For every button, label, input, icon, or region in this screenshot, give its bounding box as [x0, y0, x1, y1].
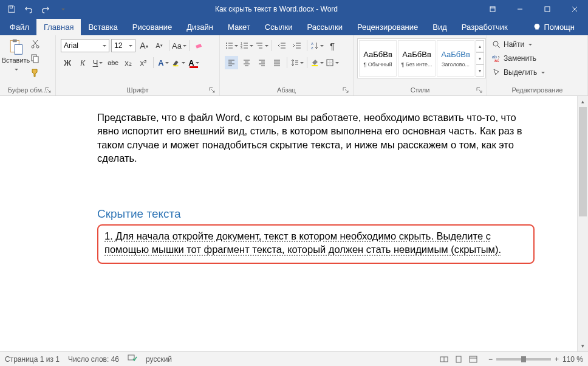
- print-layout-button[interactable]: [452, 354, 465, 365]
- tab-developer[interactable]: Разработчик: [454, 19, 515, 35]
- gallery-down-button[interactable]: ▾: [476, 52, 484, 64]
- text-effects-button[interactable]: A: [157, 56, 170, 69]
- select-button[interactable]: Выделить: [490, 66, 547, 78]
- tab-home[interactable]: Главная: [36, 19, 81, 35]
- line-spacing-icon: [290, 58, 299, 67]
- italic-button[interactable]: К: [76, 56, 89, 69]
- highlight-button[interactable]: [172, 56, 185, 69]
- borders-button[interactable]: [326, 56, 339, 69]
- replace-button[interactable]: abac Заменить: [490, 52, 547, 64]
- change-case-button[interactable]: Aa: [173, 39, 186, 52]
- tab-mailings[interactable]: Рассылки: [300, 19, 350, 35]
- align-right-icon: [258, 58, 266, 67]
- read-mode-button[interactable]: [437, 354, 451, 365]
- save-button[interactable]: [4, 1, 19, 17]
- document-page[interactable]: Представьте, что в файл Word, с которым …: [0, 96, 577, 351]
- increase-indent-button[interactable]: [290, 39, 304, 52]
- tab-draw[interactable]: Рисование: [125, 19, 179, 35]
- show-marks-button[interactable]: ¶: [326, 39, 339, 52]
- vertical-scrollbar[interactable]: ▴ ▾: [577, 96, 588, 351]
- font-launcher[interactable]: [208, 87, 216, 94]
- clipboard-launcher[interactable]: [44, 87, 52, 94]
- ribbon-display-button[interactable]: [479, 0, 506, 18]
- justify-button[interactable]: [270, 56, 284, 69]
- quick-access-toolbar: [0, 1, 74, 17]
- scroll-down-button[interactable]: ▾: [578, 340, 588, 351]
- zoom-in-button[interactable]: +: [555, 355, 559, 364]
- decrease-indent-button[interactable]: [275, 39, 289, 52]
- align-right-button[interactable]: [255, 56, 268, 69]
- subscript-button[interactable]: x₂: [121, 56, 135, 69]
- zoom-level[interactable]: 110 %: [562, 355, 583, 364]
- zoom-slider[interactable]: [496, 358, 551, 361]
- grow-font-button[interactable]: A▴: [137, 39, 151, 52]
- tell-me-button[interactable]: Помощн: [525, 19, 582, 35]
- language-indicator[interactable]: русский: [146, 355, 172, 364]
- cut-button[interactable]: [30, 39, 40, 51]
- shading-button[interactable]: [310, 56, 324, 69]
- svg-point-22: [493, 41, 498, 46]
- svg-point-14: [226, 47, 227, 49]
- gallery-up-button[interactable]: ▴: [476, 40, 484, 52]
- copy-button[interactable]: [30, 54, 40, 66]
- selected-text[interactable]: 1. Для начала откройте документ, текст в…: [104, 230, 501, 255]
- gallery-more-button[interactable]: ▾: [476, 64, 484, 77]
- redo-button[interactable]: [38, 1, 53, 17]
- scroll-up-button[interactable]: ▴: [578, 96, 588, 107]
- paragraph-launcher[interactable]: [342, 87, 349, 94]
- cursor-icon: [492, 68, 501, 77]
- align-left-button[interactable]: [225, 56, 238, 69]
- minimize-button[interactable]: [506, 0, 533, 18]
- zoom-out-button[interactable]: −: [488, 355, 493, 364]
- qat-customize-button[interactable]: [55, 1, 70, 17]
- undo-button[interactable]: [21, 1, 36, 17]
- font-color-button[interactable]: A: [187, 56, 200, 69]
- close-button[interactable]: [561, 0, 588, 18]
- multilevel-icon: [255, 41, 264, 50]
- superscript-button[interactable]: x²: [137, 56, 150, 69]
- underline-button[interactable]: Ч: [91, 56, 104, 69]
- clear-format-button[interactable]: [193, 39, 206, 52]
- web-layout-button[interactable]: [467, 354, 480, 365]
- svg-rect-28: [470, 356, 477, 362]
- page-indicator[interactable]: Страница 1 из 1: [5, 355, 60, 364]
- bold-button[interactable]: Ж: [61, 56, 74, 69]
- tab-file[interactable]: Файл: [2, 19, 36, 35]
- svg-text:ac: ac: [494, 58, 499, 63]
- bullets-button[interactable]: [225, 39, 238, 52]
- svg-rect-4: [13, 40, 17, 42]
- style-normal[interactable]: АаБбВв ¶ Обычный: [359, 40, 397, 77]
- format-painter-button[interactable]: [30, 68, 40, 80]
- tab-design[interactable]: Дизайн: [179, 19, 220, 35]
- tab-references[interactable]: Ссылки: [258, 19, 300, 35]
- paste-button[interactable]: Вставить: [2, 37, 29, 72]
- strike-button[interactable]: abc: [106, 56, 120, 69]
- tab-layout[interactable]: Макет: [220, 19, 258, 35]
- line-spacing-button[interactable]: [290, 56, 304, 69]
- scroll-thumb[interactable]: [579, 107, 587, 216]
- font-size-select[interactable]: 12: [111, 39, 135, 52]
- title-bar: Как скрыть текст в Word.docx - Word: [0, 0, 588, 18]
- styles-launcher[interactable]: [476, 87, 483, 94]
- numbering-button[interactable]: 123: [240, 39, 253, 52]
- multilevel-button[interactable]: [255, 39, 268, 52]
- group-paragraph: 123 AZ ¶ Абзац: [220, 35, 354, 95]
- window-controls: [479, 0, 588, 18]
- tab-view[interactable]: Вид: [425, 19, 454, 35]
- font-name-select[interactable]: Arial: [61, 39, 109, 52]
- spell-check-icon[interactable]: [128, 354, 137, 364]
- find-button[interactable]: Найти: [490, 38, 547, 50]
- style-heading1[interactable]: АаБбВв Заголово...: [437, 40, 474, 77]
- word-count[interactable]: Число слов: 46: [68, 355, 119, 364]
- align-center-button[interactable]: [240, 56, 253, 69]
- status-bar: Страница 1 из 1 Число слов: 46 русский −…: [0, 351, 588, 366]
- eraser-icon: [195, 41, 203, 50]
- maximize-button[interactable]: [533, 0, 561, 18]
- shrink-font-button[interactable]: A▾: [152, 39, 166, 52]
- group-label: Абзац: [277, 86, 296, 94]
- style-no-spacing[interactable]: АаБбВв ¶ Без инте...: [398, 40, 436, 77]
- sort-button[interactable]: AZ: [310, 39, 324, 52]
- tab-review[interactable]: Рецензирование: [350, 19, 425, 35]
- tab-insert[interactable]: Вставка: [81, 19, 125, 35]
- bucket-icon: [310, 58, 319, 67]
